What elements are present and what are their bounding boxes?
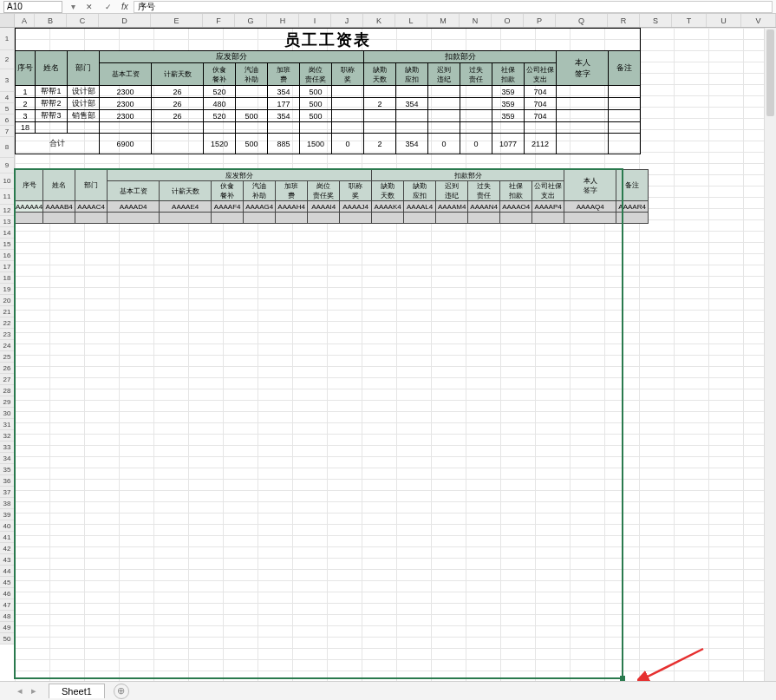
cell[interactable] xyxy=(364,110,396,122)
row-header[interactable]: 25 xyxy=(0,351,15,363)
confirm-icon[interactable]: ✓ xyxy=(102,1,114,13)
row-header[interactable]: 3 xyxy=(0,69,15,92)
row-header[interactable]: 34 xyxy=(0,453,15,464)
cell[interactable] xyxy=(404,213,436,224)
cell[interactable] xyxy=(43,213,75,224)
cell[interactable]: 885 xyxy=(268,134,300,154)
cell[interactable]: 2 xyxy=(364,134,396,154)
column-header[interactable]: F xyxy=(203,14,235,27)
cell[interactable]: 汽油补助 xyxy=(244,181,276,201)
cell[interactable]: AAAAN4 xyxy=(468,201,500,213)
row-header[interactable]: 43 xyxy=(0,554,15,566)
row-header[interactable]: 42 xyxy=(0,543,15,554)
name-box[interactable]: A10 xyxy=(3,1,62,13)
cell[interactable] xyxy=(428,98,460,110)
row-header[interactable]: 33 xyxy=(0,442,15,453)
row-header[interactable]: 15 xyxy=(0,239,15,250)
cell[interactable] xyxy=(460,86,492,98)
row-header[interactable]: 28 xyxy=(0,385,15,396)
cell[interactable] xyxy=(609,86,641,98)
sheet-tab[interactable]: Sheet1 xyxy=(49,684,105,698)
cell[interactable]: 职称奖 xyxy=(332,63,364,86)
cell[interactable] xyxy=(428,122,460,134)
cell[interactable]: 480 xyxy=(204,98,236,110)
cell[interactable]: 缺勤天数 xyxy=(372,181,404,201)
cell[interactable]: 本人签字 xyxy=(557,51,609,86)
cell[interactable]: 26 xyxy=(152,110,204,122)
cell[interactable]: AAAAO4 xyxy=(500,201,532,213)
cell[interactable]: 姓名 xyxy=(43,170,75,201)
cell[interactable] xyxy=(36,122,68,134)
cell[interactable]: 704 xyxy=(525,86,557,98)
cell[interactable] xyxy=(460,110,492,122)
row-header[interactable]: 17 xyxy=(0,261,15,272)
cancel-icon[interactable]: ✕ xyxy=(83,1,95,13)
column-header[interactable]: S xyxy=(640,14,672,27)
cell[interactable]: 帮帮3 xyxy=(36,110,68,122)
cell[interactable]: 过失责任 xyxy=(460,63,492,86)
cell[interactable]: 359 xyxy=(492,110,525,122)
cell[interactable]: 18 xyxy=(16,122,36,134)
cell[interactable] xyxy=(468,213,500,224)
cell[interactable]: AAAAB4 xyxy=(43,201,75,213)
row-header[interactable]: 26 xyxy=(0,363,15,374)
cell[interactable]: AAAAD4 xyxy=(108,201,160,213)
cell[interactable]: 基本工资 xyxy=(108,181,160,201)
cell[interactable]: 社保扣款 xyxy=(492,63,525,86)
cell[interactable] xyxy=(16,213,43,224)
cell[interactable] xyxy=(108,213,160,224)
cell[interactable] xyxy=(212,213,244,224)
cell[interactable]: 0 xyxy=(460,134,492,154)
cell[interactable]: 扣款部分 xyxy=(372,170,564,181)
cell[interactable] xyxy=(236,122,268,134)
row-header[interactable]: 49 xyxy=(0,622,15,633)
cell[interactable] xyxy=(557,122,609,134)
cell[interactable]: 354 xyxy=(396,134,428,154)
row-header[interactable]: 39 xyxy=(0,509,15,520)
cell[interactable]: 704 xyxy=(525,110,557,122)
cell[interactable] xyxy=(609,122,641,134)
cell[interactable]: 26 xyxy=(152,86,204,98)
cell[interactable] xyxy=(557,98,609,110)
cell[interactable] xyxy=(364,86,396,98)
cell[interactable] xyxy=(340,213,372,224)
column-header[interactable]: K xyxy=(363,14,395,27)
cell[interactable]: AAAAR4 xyxy=(616,201,649,213)
column-header[interactable]: O xyxy=(492,14,524,27)
column-header[interactable]: C xyxy=(67,14,99,27)
cell[interactable] xyxy=(236,98,268,110)
cell[interactable] xyxy=(557,110,609,122)
cell[interactable]: 序号 xyxy=(16,51,36,86)
cell[interactable]: 设计部 xyxy=(68,98,100,110)
cell[interactable] xyxy=(564,213,616,224)
cell[interactable] xyxy=(616,213,649,224)
column-header[interactable]: P xyxy=(524,14,556,27)
cell[interactable]: 加班费 xyxy=(268,63,300,86)
cell[interactable] xyxy=(372,213,404,224)
column-header[interactable]: M xyxy=(427,14,460,27)
cell[interactable] xyxy=(332,110,364,122)
cell[interactable] xyxy=(75,213,108,224)
row-header[interactable]: 2 xyxy=(0,50,15,69)
cell[interactable]: 部门 xyxy=(75,170,108,201)
column-header[interactable]: H xyxy=(267,14,299,27)
cell[interactable]: 500 xyxy=(236,110,268,122)
cell[interactable] xyxy=(100,122,152,134)
cell[interactable] xyxy=(332,86,364,98)
cell[interactable]: AAAAQ4 xyxy=(564,201,616,213)
cell[interactable]: 500 xyxy=(300,98,332,110)
cell[interactable] xyxy=(609,110,641,122)
column-header[interactable]: B xyxy=(35,14,67,27)
cell[interactable]: AAAAK4 xyxy=(372,201,404,213)
cell[interactable]: 704 xyxy=(525,98,557,110)
row-header[interactable]: 46 xyxy=(0,588,15,599)
add-sheet-button[interactable]: ⊕ xyxy=(114,684,129,699)
column-header[interactable]: J xyxy=(331,14,363,27)
cell[interactable]: 354 xyxy=(396,98,428,110)
grid[interactable]: 1234567891011121314151617181920212223242… xyxy=(0,28,776,681)
cell[interactable]: 扣款部分 xyxy=(364,51,557,63)
cell[interactable]: 1 xyxy=(16,86,36,98)
cell[interactable]: 备注 xyxy=(616,170,649,201)
cell[interactable]: 销售部 xyxy=(68,110,100,122)
cell[interactable] xyxy=(460,98,492,110)
